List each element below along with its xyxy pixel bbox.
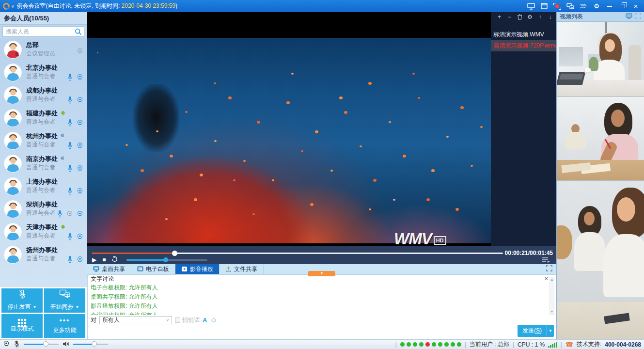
playlist-item-selected[interactable]: 高清演示视频-720P.wmv 删除	[491, 40, 556, 51]
mic-volume-thumb[interactable]	[43, 341, 48, 347]
screen-share-icon[interactable]	[527, 2, 535, 10]
move-up-button[interactable]: ↑	[537, 14, 543, 20]
mic-icon[interactable]	[67, 96, 73, 104]
participant-row[interactable]: 天津办事处 普通与会者	[0, 221, 87, 243]
scroll-down-icon[interactable]: ▼	[550, 310, 554, 314]
settings-gear-icon[interactable]: ⚙	[592, 2, 601, 10]
mic-icon[interactable]	[67, 164, 73, 172]
camera-icon[interactable]	[77, 119, 83, 126]
camera-gray-icon[interactable]	[77, 48, 83, 54]
participant-row[interactable]: 成都办事处 普通与会者	[0, 84, 87, 107]
more-functions-button[interactable]: ••• 更多功能	[44, 314, 85, 338]
window-mode-icon[interactable]	[540, 2, 549, 10]
mic-icon[interactable]	[67, 255, 73, 263]
loop-button[interactable]	[111, 256, 118, 264]
network-share-icon[interactable]	[566, 2, 575, 10]
close-button[interactable]: ×	[631, 2, 640, 10]
font-style-icon[interactable]: A	[203, 317, 207, 324]
mic-muted-status-icon[interactable]	[14, 340, 20, 349]
camera-icon[interactable]	[77, 188, 83, 194]
camera-gray-icon[interactable]	[66, 210, 73, 217]
mic-icon[interactable]	[67, 187, 73, 195]
seek-bar[interactable]	[92, 253, 503, 254]
minimize-button[interactable]	[605, 2, 614, 10]
search-input[interactable]	[3, 27, 84, 36]
chat-message-input[interactable]	[88, 325, 556, 339]
stop-button[interactable]: ■	[102, 256, 106, 263]
add-media-button[interactable]: +	[496, 14, 503, 20]
recipient-select[interactable]: 所有人 ∨	[99, 316, 172, 324]
send-options-caret[interactable]: ▼	[547, 325, 554, 337]
player-volume-slider[interactable]	[126, 259, 207, 261]
mic-icon[interactable]	[67, 142, 73, 149]
mic-icon[interactable]	[67, 119, 73, 127]
tab-file-share[interactable]: 文件共享	[220, 264, 264, 274]
checkbox[interactable]	[175, 317, 180, 323]
camera-icon[interactable]	[77, 165, 83, 172]
participant-row[interactable]: 南京办事处 普通与会者	[0, 152, 87, 175]
fish-school	[97, 52, 98, 53]
mic-icon[interactable]	[57, 210, 63, 218]
participant-row[interactable]: 福建办事处 普通与会者	[0, 107, 87, 129]
speaker-icon[interactable]	[63, 341, 69, 349]
webcam-status-icon[interactable]	[3, 340, 10, 349]
chat-close-icon[interactable]: ×	[544, 276, 548, 282]
avatar	[4, 155, 22, 173]
camera-icon[interactable]	[77, 256, 83, 263]
speaker-volume-slider[interactable]	[73, 344, 108, 345]
status-bar: | | 当前用户 : 总部 | CPU : 1 % | ☎ 技术支持: 400-…	[0, 339, 644, 349]
speaker-volume-thumb[interactable]	[92, 341, 97, 347]
display-mode-button[interactable]: 显示模式	[1, 314, 43, 338]
video-list-title: 视频列表	[560, 13, 583, 21]
camera-icon[interactable]	[77, 142, 83, 149]
playlist-toggle-icon[interactable]	[542, 257, 550, 264]
camera-icon[interactable]	[77, 74, 83, 80]
expand-panel-icon[interactable]	[635, 13, 641, 20]
stop-speaking-button[interactable]: 停止发言▼	[1, 288, 43, 313]
start-sync-button[interactable]: 开始同步▼	[44, 288, 85, 313]
participant-row[interactable]: 深圳办事处 普通与会者	[0, 198, 87, 221]
mic-icon[interactable]	[67, 233, 73, 240]
playlist-settings-icon[interactable]: ⚙	[527, 14, 533, 20]
playlist-item[interactable]: 标清演示视频.WMV	[491, 29, 556, 40]
tab-desktop-share[interactable]: 桌面共享	[87, 264, 131, 274]
mic-icon[interactable]	[67, 73, 73, 81]
display-grid-icon[interactable]	[579, 2, 588, 10]
maximize-button[interactable]	[618, 2, 627, 10]
send-button[interactable]: 发送(S)	[518, 325, 547, 337]
video-thumbnail-1[interactable]	[557, 22, 644, 97]
seek-thumb[interactable]	[172, 251, 177, 256]
mic-volume-slider[interactable]	[24, 344, 59, 345]
video-thumbnail-3[interactable]	[557, 181, 644, 339]
android-icon	[60, 224, 66, 231]
player-volume-thumb[interactable]	[163, 257, 168, 262]
expiry-time: 2020-04-30 23:59:59	[122, 2, 175, 9]
chat-collapse-handle[interactable]: ▼	[308, 271, 335, 276]
camera-icon[interactable]	[77, 233, 83, 240]
chevron-down-icon[interactable]: ∨	[11, 4, 15, 9]
monitor-icon[interactable]	[626, 13, 632, 20]
tab-whiteboard[interactable]: 电子白板	[131, 264, 175, 274]
camera-icon[interactable]	[77, 210, 83, 217]
whisper-checkbox[interactable]: 悄悄话	[175, 316, 200, 324]
support-phone-number[interactable]: 400-004-0268	[605, 341, 641, 348]
fullscreen-expand-icon[interactable]	[546, 265, 552, 273]
participant-row[interactable]: 上海办事处 普通与会者	[0, 175, 87, 198]
participant-row[interactable]: 杭州办事处 普通与会者	[0, 129, 87, 152]
remove-media-button[interactable]: −	[506, 14, 513, 20]
chat-scrollbar[interactable]: ▲ ▼	[550, 277, 554, 315]
tab-media-playback[interactable]: 影音播放	[175, 264, 220, 274]
emoji-icon[interactable]: ☺	[210, 317, 217, 323]
main-video-stage[interactable]: WMV HD	[87, 12, 491, 246]
play-button[interactable]: ▶	[92, 256, 96, 263]
participant-row[interactable]: 总部 会议管理员	[0, 38, 87, 61]
search-icon[interactable]	[75, 28, 82, 37]
trash-icon[interactable]	[517, 14, 523, 20]
participant-row[interactable]: 扬州办事处 普通与会者	[0, 243, 87, 266]
participant-row[interactable]: 北京办事处 普通与会者	[0, 61, 87, 84]
scroll-up-icon[interactable]: ▲	[550, 278, 554, 282]
camera-icon[interactable]	[77, 96, 83, 103]
record-icon[interactable]	[553, 2, 562, 10]
video-thumbnail-2[interactable]	[557, 97, 644, 181]
move-down-button[interactable]: ↓	[547, 14, 553, 20]
